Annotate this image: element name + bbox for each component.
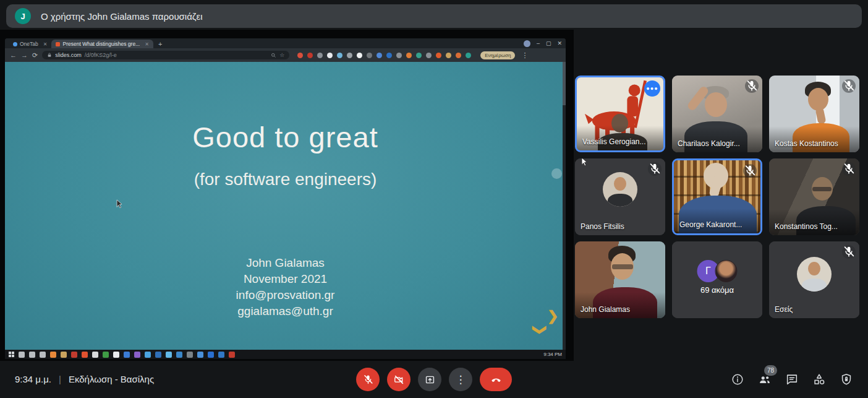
tab-close-icon: ✕	[145, 41, 149, 47]
mic-toggle-button[interactable]	[356, 368, 380, 391]
participant-name: Εσείς	[775, 305, 793, 314]
participant-name: George Kakaront...	[679, 220, 742, 229]
present-button[interactable]	[418, 368, 441, 391]
taskbar-app-icon	[82, 352, 88, 358]
presenting-banner: J Ο χρήστης John Gialamas παρουσιάζει	[6, 4, 862, 28]
address-bar: slides.com/d/0fKS2g/l-e ☆	[42, 51, 289, 59]
refresh-icon: ⟳	[32, 51, 38, 59]
participants-button[interactable]: 78	[757, 372, 772, 387]
meeting-info: 9:34 μ.μ. | Εκδήλωση - Βασίλης	[15, 374, 154, 384]
new-tab-icon: +	[158, 40, 162, 48]
minimize-icon: –	[537, 40, 540, 46]
browser-tab-onetab: OneTab ✕	[9, 40, 51, 48]
taskbar-app-icon	[197, 352, 203, 358]
present-screen-icon	[424, 374, 436, 386]
browser-scrollbar	[563, 62, 566, 350]
extension-icon	[377, 53, 382, 58]
call-end-icon	[490, 374, 502, 386]
more-options-icon[interactable]: ●●●	[644, 80, 660, 97]
participant-tile-overflow[interactable]: Γ 69 ακόμα	[672, 241, 762, 318]
taskbar-app-icon	[29, 352, 35, 358]
slide-footer-line: November 2021	[5, 271, 566, 287]
shield-lock-icon	[840, 373, 853, 386]
slide-title: Good to great	[5, 120, 566, 154]
taskbar-app-icon	[155, 352, 161, 358]
camera-toggle-button[interactable]	[387, 368, 411, 391]
participant-avatar	[603, 172, 637, 207]
camera-off-icon	[393, 374, 405, 386]
participant-tile-john[interactable]: John Gialamas	[575, 241, 665, 318]
taskbar-app-icon	[103, 352, 109, 358]
close-icon: ✕	[557, 40, 562, 46]
slide-footer-line: ggialamas@uth.gr	[5, 303, 566, 319]
extension-icon	[357, 53, 362, 58]
maximize-icon: ▢	[546, 40, 551, 46]
meeting-details-button[interactable]	[730, 372, 745, 387]
participant-tile-panos[interactable]: Panos Fitsilis	[575, 158, 665, 235]
shared-browser-window: OneTab ✕ Present What distinguishes gre.…	[5, 38, 566, 350]
meeting-name: Εκδήλωση - Βασίλης	[69, 374, 154, 384]
extension-icon	[327, 53, 333, 58]
host-controls-button[interactable]	[839, 372, 854, 387]
taskbar-app-icon	[50, 352, 56, 358]
extension-icon	[416, 53, 422, 58]
extension-icon	[406, 53, 412, 58]
windows-taskbar: 9:34 PM	[5, 350, 566, 359]
extension-icon	[337, 53, 343, 58]
more-options-button[interactable]: ⋮	[449, 368, 472, 391]
taskbar-app-icon	[40, 352, 46, 358]
participant-tile-konstantinos[interactable]: Konstantinos Tog...	[769, 158, 859, 235]
mic-off-icon	[362, 374, 374, 386]
url-path: /d/0fKS2g/l-e	[85, 52, 117, 58]
screen-share-stage[interactable]: OneTab ✕ Present What distinguishes gre.…	[0, 30, 574, 361]
extension-icon	[307, 53, 313, 58]
participants-grid: ●●● Vassilis Gerogian... Charilaos Kalog…	[575, 76, 861, 318]
info-icon	[731, 373, 744, 386]
activities-shapes-icon	[812, 373, 826, 386]
participant-name: John Gialamas	[581, 305, 630, 314]
mic-off-icon	[743, 164, 757, 178]
taskbar-app-icon	[229, 352, 235, 358]
participant-tile-charilaos[interactable]: Charilaos Kalogir...	[672, 76, 762, 152]
bookmark-star-icon: ☆	[279, 52, 284, 58]
clock: 9:34 μ.μ.	[15, 374, 51, 384]
participant-tile-kostas[interactable]: Kostas Kostantinos	[769, 76, 859, 152]
extension-icon	[436, 53, 441, 58]
lock-icon	[47, 53, 52, 58]
participant-name: Kostas Kostantinos	[775, 139, 838, 148]
taskbar-app-icon	[61, 352, 67, 358]
chat-button[interactable]	[785, 372, 799, 387]
participant-video: Γ	[672, 241, 762, 318]
next-slide-icon: ❯	[547, 308, 558, 324]
call-controls: ⋮	[356, 368, 512, 391]
browser-toolbar: ← → ⟳ slides.com/d/0fKS2g/l-e ☆ Ενημέρωσ…	[5, 48, 566, 62]
taskbar-app-icon	[218, 352, 224, 358]
taskbar-app-icon	[134, 352, 140, 358]
windows-start-icon	[9, 352, 14, 357]
overflow-avatar-photo	[715, 260, 738, 282]
slide-subtitle: (for software engineers)	[5, 170, 566, 189]
extension-icon	[446, 53, 451, 58]
slide-footer-line: info@prosvation.gr	[5, 287, 566, 303]
mic-off-icon	[648, 162, 662, 176]
slide-footer: John Gialamas November 2021 info@prosvat…	[5, 255, 566, 319]
taskbar-app-icon	[187, 352, 193, 358]
presenter-avatar: J	[15, 8, 31, 24]
browser-menu-icon: ⋮	[521, 51, 528, 59]
activities-button[interactable]	[812, 372, 827, 387]
extension-icon	[456, 53, 461, 58]
slides-favicon	[56, 42, 60, 46]
taskbar-clock: 9:34 PM	[543, 352, 562, 357]
tab-close-icon: ✕	[43, 41, 48, 47]
participant-tile-vassilis[interactable]: ●●● Vassilis Gerogian...	[575, 76, 665, 152]
leave-call-button[interactable]	[480, 368, 512, 391]
extension-icon	[426, 53, 432, 58]
taskbar-app-icon	[145, 352, 151, 358]
mic-off-icon	[842, 162, 856, 176]
extension-icon	[386, 53, 392, 58]
search-icon	[271, 53, 276, 58]
participant-tile-george[interactable]: George Kakaront...	[672, 158, 762, 235]
participant-tile-you[interactable]: Εσείς	[769, 241, 859, 318]
extension-icon	[297, 53, 303, 58]
extension-icon	[396, 53, 402, 58]
